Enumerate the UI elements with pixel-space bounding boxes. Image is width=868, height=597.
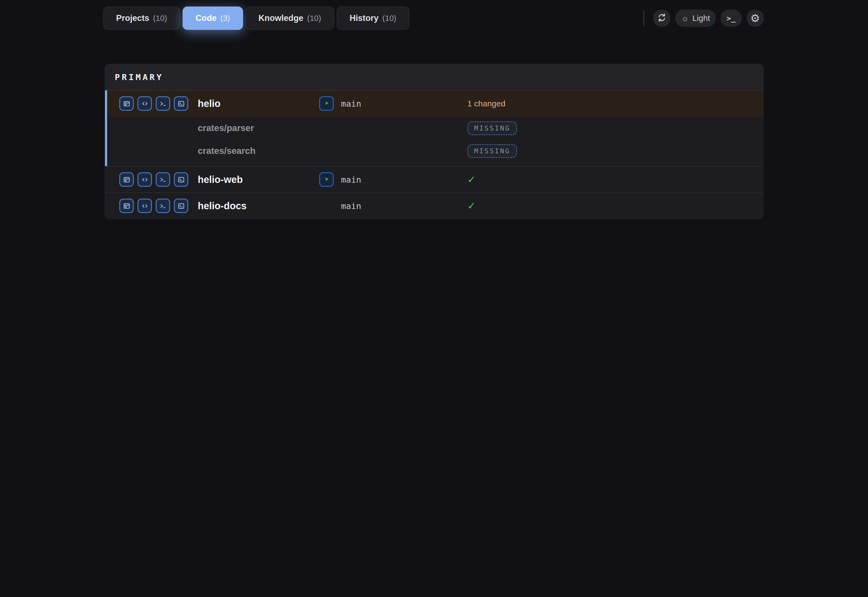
workspace-name-cell: crates/search [198, 146, 319, 156]
terminal-window-icon [178, 202, 185, 210]
terminal-window-button[interactable] [174, 97, 188, 111]
code-brackets-icon [141, 100, 149, 107]
repo-action-icons [119, 172, 198, 187]
open-terminal-button[interactable] [156, 199, 170, 213]
tab-projects[interactable]: Projects (10) [103, 6, 180, 30]
open-code-button[interactable] [138, 172, 152, 187]
terminal-prompt-icon [159, 176, 167, 183]
missing-badge: MISSING [467, 144, 517, 158]
card-title: PRIMARY [115, 72, 164, 82]
repo-row-helio-docs[interactable]: helio-docs main ✓ [105, 192, 763, 219]
tab-code[interactable]: Code (3) [182, 6, 243, 30]
play-icon [323, 100, 330, 108]
tab-history-label: History [350, 13, 379, 23]
terminal-prompt-icon [159, 202, 167, 210]
browser-window-icon [123, 202, 130, 210]
preview-window-button[interactable] [119, 97, 134, 111]
ok-checkmark: ✓ [467, 175, 475, 184]
repo-row-helio-web[interactable]: helio-web main ✓ [105, 166, 763, 192]
preview-window-button[interactable] [119, 172, 134, 187]
workspace-name: crates/search [198, 146, 256, 156]
missing-badge: MISSING [467, 121, 517, 135]
tab-knowledge-count: (10) [307, 14, 321, 23]
toolbar-controls: ☼ Light >_ ⚙ [643, 9, 764, 27]
repo-name: helio [198, 98, 221, 109]
terminal-window-button[interactable] [174, 199, 188, 213]
terminal-prompt-icon [159, 100, 167, 107]
tab-history-count: (10) [382, 14, 397, 23]
repo-action-icons [119, 199, 198, 213]
terminal-window-button[interactable] [174, 172, 188, 187]
code-brackets-icon [141, 176, 149, 183]
workspace-row-crates-search[interactable]: crates/search MISSING [107, 140, 763, 162]
settings-button[interactable]: ⚙ [747, 9, 764, 27]
repo-name-cell: helio-docs [198, 200, 319, 212]
changed-status: 1 changed [467, 99, 505, 108]
repo-status-cell: ✓ [467, 201, 754, 211]
terminal-window-icon [178, 176, 185, 183]
repo-status-cell: 1 changed [467, 99, 754, 108]
tab-knowledge[interactable]: Knowledge (10) [246, 6, 334, 30]
workspace-name: crates/parser [198, 123, 254, 133]
refresh-icon [657, 13, 667, 24]
repo-name: helio-web [198, 174, 243, 185]
play-icon [323, 175, 330, 184]
refresh-button[interactable] [653, 9, 671, 27]
open-code-button[interactable] [138, 199, 152, 213]
theme-toggle-label: Light [692, 13, 710, 23]
open-terminal-button[interactable] [156, 172, 170, 187]
tab-code-label: Code [196, 13, 217, 23]
ok-checkmark: ✓ [467, 201, 475, 211]
run-button-spacer [319, 199, 334, 213]
branch-name: main [341, 175, 361, 184]
repo-action-icons [119, 97, 198, 111]
repo-name-cell: helio-web [198, 174, 319, 185]
tab-bar: Projects (10) Code (3) Knowledge (10) Hi… [103, 6, 409, 30]
tab-code-count: (3) [220, 14, 230, 23]
browser-window-icon [123, 176, 130, 183]
terminal-window-icon [178, 100, 185, 107]
workspace-row-crates-parser[interactable]: crates/parser MISSING [107, 117, 763, 140]
repo-group-helio: helio main 1 changed crates/parser MISSI… [105, 91, 763, 166]
workspace-status-cell: MISSING [467, 121, 754, 135]
tab-projects-label: Projects [116, 13, 149, 23]
theme-toggle-button[interactable]: ☼ Light [675, 9, 716, 27]
repo-name-cell: helio [198, 98, 319, 109]
tab-knowledge-label: Knowledge [259, 13, 303, 23]
tab-projects-count: (10) [153, 14, 167, 23]
card-header: PRIMARY [105, 64, 763, 91]
repo-status-cell: ✓ [467, 175, 754, 184]
branch-name: main [341, 201, 361, 211]
branch-name: main [341, 99, 361, 108]
terminal-button[interactable]: >_ [720, 9, 742, 27]
run-button[interactable] [319, 97, 334, 111]
repo-branch-cell: main [319, 97, 467, 111]
preview-window-button[interactable] [119, 199, 134, 213]
repo-row-helio[interactable]: helio main 1 changed [107, 91, 763, 117]
code-brackets-icon [141, 202, 149, 210]
repo-branch-cell: main [319, 199, 467, 213]
terminal-prompt-icon: >_ [726, 14, 736, 22]
open-terminal-button[interactable] [156, 97, 170, 111]
top-bar: Projects (10) Code (3) Knowledge (10) Hi… [103, 6, 764, 30]
repo-branch-cell: main [319, 172, 467, 187]
repo-name: helio-docs [198, 200, 247, 211]
sun-icon: ☼ [681, 14, 689, 22]
open-code-button[interactable] [138, 97, 152, 111]
workspace-name-cell: crates/parser [198, 123, 319, 133]
gear-icon: ⚙ [750, 13, 760, 24]
tab-history[interactable]: History (10) [337, 6, 409, 30]
run-button[interactable] [319, 172, 334, 187]
toolbar-divider [643, 10, 644, 26]
workspace-status-cell: MISSING [467, 144, 754, 158]
browser-window-icon [123, 100, 130, 107]
primary-repos-card: PRIMARY helio [105, 64, 764, 219]
